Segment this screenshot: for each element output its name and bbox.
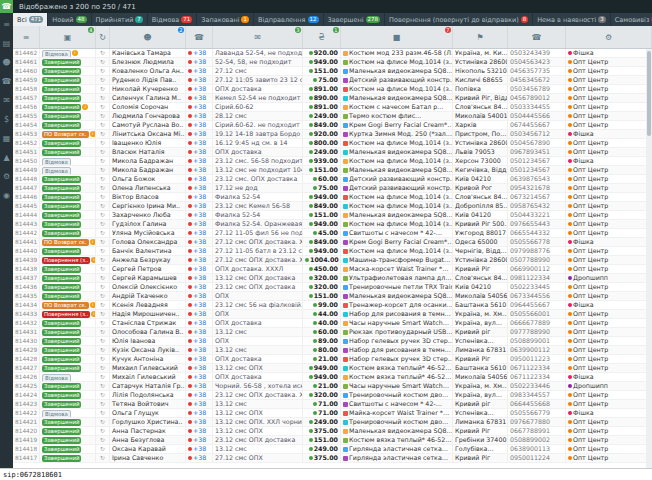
table-row[interactable]: 814429Завершений↻Кузік Оксана Луків..+38… [13,346,652,355]
table-row[interactable]: 814451Завершений↻Власюк Наталія+38ОПХ до… [13,148,652,157]
table-row[interactable]: 814450Відмова↻Микола Бадражан+3823.12 см… [13,157,652,166]
sync-icon[interactable]: ↻ [96,49,110,57]
col-total[interactable]: ₴1 [303,26,341,48]
sync-icon[interactable]: ↻ [96,76,110,84]
col-id[interactable]: ≡ [13,26,40,48]
sync-icon[interactable]: ↻ [96,292,110,300]
vertical-scrollbar[interactable] [646,49,652,469]
sync-icon[interactable]: ↻ [96,355,110,363]
col-product[interactable]: ■7 [341,26,453,48]
table-row[interactable]: 814426Відмова↻Михаіл Гилевський+38ОПХ до… [13,373,652,382]
table-row[interactable]: 814442Завершений↻Уляна Мусійовська+3827.… [13,229,652,238]
col-delivery[interactable]: ⚑ [453,26,508,48]
sync-icon[interactable]: ↻ [96,346,110,354]
table-row[interactable]: 814423Завершений↻Тетяна Войтович+3813.12… [13,400,652,409]
table-row[interactable]: 814459Завершений↻Руденко Лідія Пав..+382… [13,76,652,85]
table-row[interactable]: 814435Завершений↻Андрій Ткаченко+38ОПХ15… [13,292,652,301]
table-row[interactable]: 814432Завершений↻Станіслав Стрижак+38ОПХ… [13,319,652,328]
finance-icon[interactable]: $ [4,116,9,124]
table-row[interactable]: 814434ПО Возврат ск.i↻Ксенія Левадняя+38… [13,301,652,310]
sync-icon[interactable]: ↻ [96,427,110,435]
tab-повернення-повернуті-до-відправки-[interactable]: Повернення (повернуті до відправки)8 [385,13,533,26]
col-status[interactable]: ▣4 [40,26,96,48]
tab-прийнятий[interactable]: Прийнятий7 [92,13,148,26]
sync-icon[interactable]: ↻ [96,166,110,174]
table-row[interactable]: 814430Завершений↻Юлія Іванова+38ОПХ89.00… [13,337,652,346]
orders-icon[interactable]: ▤ [3,40,11,48]
table-row[interactable]: 814438Завершений↻Сергей Петров+38ОПХ дос… [13,265,652,274]
table-row[interactable]: 814457Завершений↻Силенчук Галина М..+38К… [13,94,652,103]
sync-icon[interactable]: ↻ [96,256,110,264]
table-row[interactable]: 814427Завершений↻Михаил Гилевський+3813.… [13,364,652,373]
sync-icon[interactable]: ↻ [96,436,110,444]
sync-icon[interactable]: ↻ [96,211,110,219]
sync-icon[interactable]: ↻ [96,310,110,318]
sync-icon[interactable]: ↻ [96,337,110,345]
sync-icon[interactable]: ↻ [96,274,110,282]
col-comment[interactable]: ✉3 [213,26,303,48]
table-row[interactable]: 814418Завершений↻Оксана Каравай+3813.12 … [13,445,652,454]
table-row[interactable]: 814439Повернення (з..i↻Анжела Безрукау+3… [13,256,652,265]
col-sync[interactable]: ↻ [96,26,110,48]
table-row[interactable]: 814458Завершений↻Николай Кучеренко+38ОПХ… [13,85,652,94]
tab-запаковані[interactable]: Запаковані1 [197,13,254,26]
sync-icon[interactable]: ↻ [96,409,110,417]
table-row[interactable]: 814445Завершений↻Сергієнко Ірина Ми..+38… [13,202,652,211]
table-row[interactable]: 814440Завершений↻Банчік Валентина+3827.1… [13,247,652,256]
table-row[interactable]: 814433Повернення (з..i↻Надія Мирошничен.… [13,310,652,319]
table-row[interactable]: 814449Відмова↻Микола Бадражан+3813.12 см… [13,166,652,175]
sync-icon[interactable]: ↻ [96,391,110,399]
sync-icon[interactable]: ↻ [96,184,110,192]
sync-icon[interactable]: ↻ [96,400,110,408]
table-row[interactable]: 814422Відмова↻Ольга Глущук+3813.12 смс О… [13,409,652,418]
table-row[interactable]: 814446Завершений↻Віктор Власов+38Фиалка … [13,193,652,202]
sync-icon[interactable]: ↻ [96,148,110,156]
table-row[interactable]: 814453ПО Возврат ск.i↻Лінитська Оксана М… [13,130,652,139]
sync-icon[interactable]: ↻ [96,202,110,210]
sync-icon[interactable]: ↻ [96,373,110,381]
table-row[interactable]: 814425Завершений↻Сатарчук Наталія Гр..+3… [13,382,652,391]
tab-самовивіз[interactable]: Самовивіз2 [611,13,652,26]
stats-icon[interactable]: ▲ [3,154,9,162]
sync-icon[interactable]: ↻ [96,193,110,201]
scrollbar-thumb[interactable] [647,51,651,136]
sync-icon[interactable]: ↻ [96,157,110,165]
tab-відмова[interactable]: Відмова71 [148,13,197,26]
col-client[interactable]: ☻2 [110,26,186,48]
table-row[interactable]: 814428Завершений↻Кучук Антоніна+38ОПХ до… [13,355,652,364]
sync-icon[interactable]: ↻ [96,103,110,111]
table-row[interactable]: 814431Завершений↻Олособова Галина В..+38… [13,328,652,337]
phone-box-icon[interactable]: ☎ [0,0,13,13]
table-row[interactable]: 814436Завершений↻Олексій Олексієнко+3823… [13,283,652,292]
sync-icon[interactable]: ↻ [96,94,110,102]
sync-icon[interactable]: ↻ [96,418,110,426]
table-row[interactable]: 814456Завершенийi↻Соломія Сорочан+38Сіри… [13,103,652,112]
sync-icon[interactable]: ↻ [96,175,110,183]
calls-icon[interactable]: ☎ [2,78,12,86]
table-row[interactable]: 814447Завершений↻Олена Липенська+3817.12… [13,184,652,193]
sync-icon[interactable]: ↻ [96,130,110,138]
sync-icon[interactable]: ↻ [96,58,110,66]
logout-icon[interactable]: ◉ [3,192,10,200]
tab-завершені[interactable]: Завершені278 [324,13,386,26]
sync-icon[interactable]: ↻ [96,265,110,273]
sync-icon[interactable]: ↻ [96,445,110,453]
sync-icon[interactable]: ↻ [96,238,110,246]
settings-icon[interactable]: ⚙ [3,173,10,181]
tab-новий[interactable]: Новий48 [48,13,91,26]
sync-icon[interactable]: ↻ [96,364,110,372]
table-row[interactable]: 814424Завершений↻Лілія Подолянська+3823.… [13,391,652,400]
sync-icon[interactable]: ↻ [96,319,110,327]
sync-icon[interactable]: ↻ [96,328,110,336]
sync-icon[interactable]: ↻ [96,229,110,237]
table-row[interactable]: 814455Завершений↻Людмила Гончарова+3828.… [13,112,652,121]
sync-icon[interactable]: ↻ [96,112,110,120]
table-row[interactable]: 814421Завершений↻Горлушко Христина..+381… [13,418,652,427]
table-row[interactable]: 814460Завершений↻Коваленко Ольга Ан..+38… [13,67,652,76]
table-row[interactable]: 814417Завершений↻Ірина Савченко+3827.12 … [13,454,652,463]
sync-icon[interactable]: ↻ [96,301,110,309]
sync-icon[interactable]: ↻ [96,139,110,147]
table-row[interactable]: 814420Завершений↻Анна Пастернак+3813.12 … [13,427,652,436]
tab-всі[interactable]: Всі471 [13,13,48,26]
table-row[interactable]: 814419Завершений↻Анна Безуглова+3823.12 … [13,436,652,445]
